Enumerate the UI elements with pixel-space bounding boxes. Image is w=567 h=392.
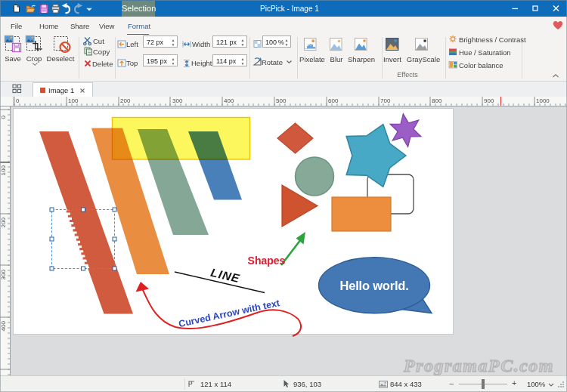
svg-text:Hello world.: Hello world. (339, 279, 408, 292)
svg-text:Shapes: Shapes (248, 255, 286, 267)
svg-text:Curved Arrow with text: Curved Arrow with text (178, 298, 281, 329)
svg-text:LINE: LINE (209, 266, 241, 285)
